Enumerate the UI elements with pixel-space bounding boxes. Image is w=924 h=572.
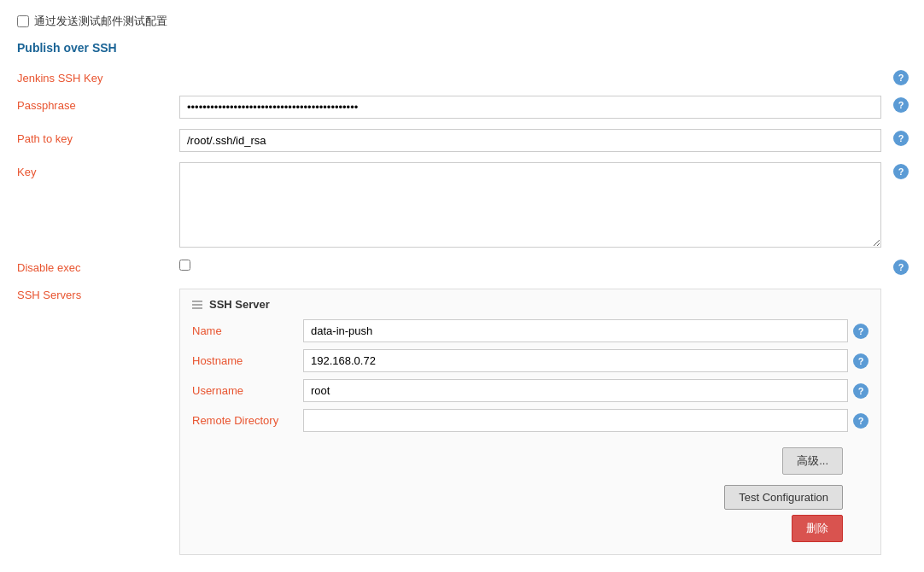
disable-exec-help-icon[interactable]: ? xyxy=(893,260,909,275)
server-username-row: Username ? xyxy=(192,379,868,402)
passphrase-field-cell xyxy=(171,90,890,124)
path-to-key-row: Path to key ? xyxy=(0,124,924,157)
key-help-cell: ? xyxy=(890,157,924,253)
disable-exec-label: Disable exec xyxy=(0,253,171,280)
ssh-servers-help-cell xyxy=(890,280,924,560)
path-to-key-label: Path to key xyxy=(0,124,171,157)
passphrase-help-cell: ? xyxy=(890,90,924,124)
passphrase-help-icon[interactable]: ? xyxy=(893,97,909,113)
server-hostname-row: Hostname ? xyxy=(192,349,868,372)
server-name-row: Name ? xyxy=(192,319,868,342)
test-configuration-button[interactable]: Test Configuration xyxy=(724,485,843,510)
passphrase-input[interactable] xyxy=(179,96,881,119)
test-email-label: 通过发送测试邮件测试配置 xyxy=(34,14,167,29)
key-field-cell xyxy=(171,157,890,253)
delete-row: 删除 xyxy=(192,515,868,542)
main-form: Jenkins SSH Key ? Passphrase ? xyxy=(0,63,924,560)
server-hostname-help-icon[interactable]: ? xyxy=(853,353,868,369)
key-row: Key ? xyxy=(0,157,924,253)
ssh-server-header: SSH Server xyxy=(192,298,868,311)
path-to-key-field-cell xyxy=(171,124,890,157)
server-remote-dir-row: Remote Directory ? xyxy=(192,409,868,432)
server-hostname-field: ? xyxy=(303,349,868,372)
passphrase-row: Passphrase ? xyxy=(0,90,924,124)
ssh-servers-label: SSH Servers xyxy=(0,280,171,560)
server-remote-dir-label: Remote Directory xyxy=(192,414,303,427)
server-name-label: Name xyxy=(192,324,303,337)
ssh-server-form: Name ? Hostname xyxy=(192,319,868,432)
path-to-key-help-cell: ? xyxy=(890,124,924,157)
top-checkbox-row: 通过发送测试邮件测试配置 xyxy=(0,9,924,38)
server-username-field: ? xyxy=(303,379,868,402)
server-name-input[interactable] xyxy=(303,319,848,342)
advanced-button[interactable]: 高级... xyxy=(782,447,843,475)
server-remote-dir-input[interactable] xyxy=(303,409,848,432)
server-hostname-input[interactable] xyxy=(303,349,848,372)
server-hostname-label: Hostname xyxy=(192,354,303,367)
section-title: Publish over SSH xyxy=(0,38,924,63)
test-config-row: Test Configuration xyxy=(192,485,868,510)
path-to-key-input[interactable] xyxy=(179,129,881,152)
disable-exec-help-cell: ? xyxy=(890,253,924,280)
key-field-row xyxy=(179,162,881,248)
server-name-help-icon[interactable]: ? xyxy=(853,324,868,339)
server-remote-dir-help-icon[interactable]: ? xyxy=(853,413,868,429)
test-email-checkbox[interactable] xyxy=(17,15,29,27)
jenkins-ssh-key-help-cell: ? xyxy=(890,63,924,90)
ssh-server-block: SSH Server Name ? xyxy=(179,289,881,555)
passphrase-field-row xyxy=(179,96,881,119)
key-label: Key xyxy=(0,157,171,253)
path-to-key-field-row xyxy=(179,129,881,152)
path-to-key-help-icon[interactable]: ? xyxy=(893,131,909,146)
jenkins-ssh-key-field-cell xyxy=(171,63,890,90)
disable-exec-checkbox[interactable] xyxy=(179,260,190,271)
disable-exec-row: Disable exec ? xyxy=(0,253,924,280)
jenkins-ssh-key-label: Jenkins SSH Key xyxy=(0,63,171,90)
server-username-input[interactable] xyxy=(303,379,848,402)
ssh-servers-field-cell: SSH Server Name ? xyxy=(171,280,890,560)
passphrase-label: Passphrase xyxy=(0,90,171,124)
ssh-server-title: SSH Server xyxy=(209,298,270,311)
key-help-icon[interactable]: ? xyxy=(893,164,909,179)
server-name-field: ? xyxy=(303,319,868,342)
server-username-help-icon[interactable]: ? xyxy=(853,383,868,399)
delete-button[interactable]: 删除 xyxy=(792,515,843,542)
key-textarea[interactable] xyxy=(179,162,881,248)
advanced-buttons-row: 高级... xyxy=(192,439,868,480)
test-email-checkbox-label[interactable]: 通过发送测试邮件测试配置 xyxy=(17,14,167,29)
page-container: 通过发送测试邮件测试配置 Publish over SSH Jenkins SS… xyxy=(0,0,924,572)
server-remote-dir-field: ? xyxy=(303,409,868,432)
disable-exec-field-cell xyxy=(171,253,890,280)
ssh-servers-row: SSH Servers SSH Server Name xyxy=(0,280,924,560)
jenkins-ssh-key-help-icon[interactable]: ? xyxy=(893,70,909,85)
server-username-label: Username xyxy=(192,384,303,397)
drag-handle-icon[interactable] xyxy=(192,301,202,309)
jenkins-ssh-key-row: Jenkins SSH Key ? xyxy=(0,63,924,90)
